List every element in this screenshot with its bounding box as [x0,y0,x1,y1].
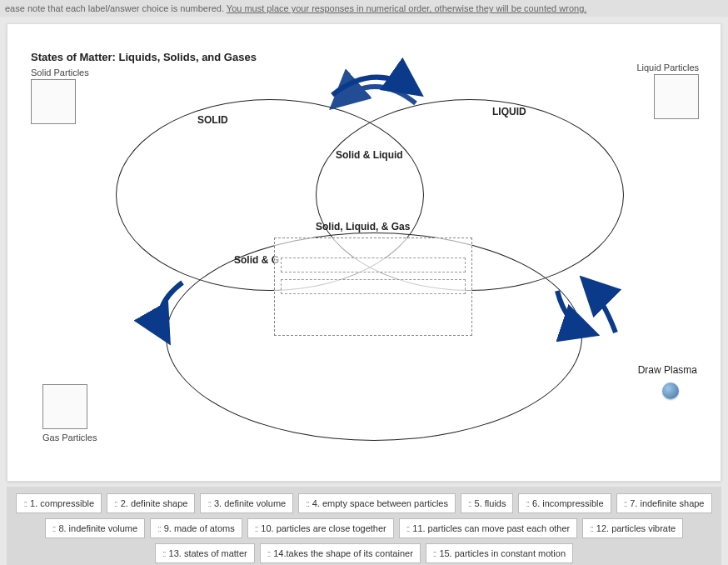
choice-5[interactable]: ::5. fluids [461,493,513,513]
solid-particles-dropzone[interactable] [31,79,76,124]
choice-text: 11. particles can move past each other [412,523,570,533]
choice-text: 14.takes the shape of its container [273,548,413,558]
liquid-particles-dropzone[interactable] [654,74,699,119]
grip-icon: :: [406,524,410,533]
choice-3[interactable]: ::3. definite volume [200,493,293,513]
center-slot-1[interactable] [281,258,466,272]
choice-1[interactable]: ::1. compressible [16,493,102,513]
grip-icon: :: [526,499,529,508]
instruction-underlined: You must place your responses in numeric… [227,3,587,13]
choice-13[interactable]: ::13. states of matter [155,543,255,563]
choice-15[interactable]: ::15. particles in constant motion [426,543,573,563]
grip-icon: :: [624,499,627,508]
grip-icon: :: [433,549,436,558]
liquid-particles-label: Liquid Particles [636,62,699,72]
choice-4[interactable]: ::4. empty space between particles [298,493,456,513]
choice-6[interactable]: ::6. incompressible [518,493,611,513]
choice-text: 5. fluids [475,498,506,508]
gas-particles-label: Gas Particles [42,432,97,442]
solid-liquid-gas-label: Solid, Liquid, & Gas [316,221,410,232]
grip-icon: :: [255,524,258,533]
grip-icon: :: [23,499,27,508]
choice-text: 9. made of atoms [164,523,235,533]
draw-plasma-label: Draw Plasma [638,364,697,376]
choice-text: 13. states of matter [169,548,247,558]
choice-7[interactable]: ::7. indefinite shape [616,493,712,513]
choice-2[interactable]: ::2. definite shape [107,493,195,513]
grip-icon: :: [162,549,166,558]
choice-text: 4. empty space between particles [312,498,448,508]
answer-bank: ::1. compressible ::2. definite shape ::… [7,487,721,565]
liquid-label: LIQUID [492,106,526,118]
choice-12[interactable]: ::12. particles vibrate [582,518,683,538]
choice-text: 12. particles vibrate [596,523,676,533]
choice-11[interactable]: ::11. particles can move past each other [399,518,578,538]
center-slot-2[interactable] [281,279,466,294]
grip-icon: :: [157,524,161,533]
choice-8[interactable]: ::8. indefinite volume [45,518,145,538]
grip-icon: :: [207,499,211,508]
worksheet-title: States of Matter: Liquids, Solids, and G… [31,51,257,63]
diagram-workspace[interactable]: States of Matter: Liquids, Solids, and G… [7,23,721,482]
choice-text: 7. indefinite shape [630,498,704,508]
solid-particles-label: Solid Particles [31,68,89,78]
grip-icon: :: [306,499,309,508]
choice-text: 2. definite shape [121,498,188,508]
gas-particles-dropzone[interactable] [42,384,87,429]
solid-gas-label: Solid & G [234,254,279,266]
grip-icon: :: [590,524,593,533]
instruction-prefix: ease note that each label/answer choice … [5,3,227,13]
solid-label: SOLID [197,114,228,126]
grip-icon: :: [114,499,117,508]
choice-text: 10. particles are close together [261,523,386,533]
grip-icon: :: [52,524,56,533]
grip-icon: :: [267,549,271,558]
grip-icon: :: [468,499,471,508]
plasma-marker[interactable] [662,382,679,399]
instruction-bar: ease note that each label/answer choice … [0,0,728,17]
choice-text: 8. indefinite volume [58,523,137,533]
choice-14[interactable]: ::14.takes the shape of its container [260,543,421,563]
choice-text: 1. compressible [30,498,94,508]
solid-liquid-label: Solid & Liquid [336,149,403,161]
choice-text: 3. definite volume [214,498,286,508]
choice-9[interactable]: ::9. made of atoms [150,518,242,538]
choice-text: 15. particles in constant motion [439,548,566,558]
choice-text: 6. incompressible [532,498,604,508]
choice-10[interactable]: ::10. particles are close together [247,518,394,538]
